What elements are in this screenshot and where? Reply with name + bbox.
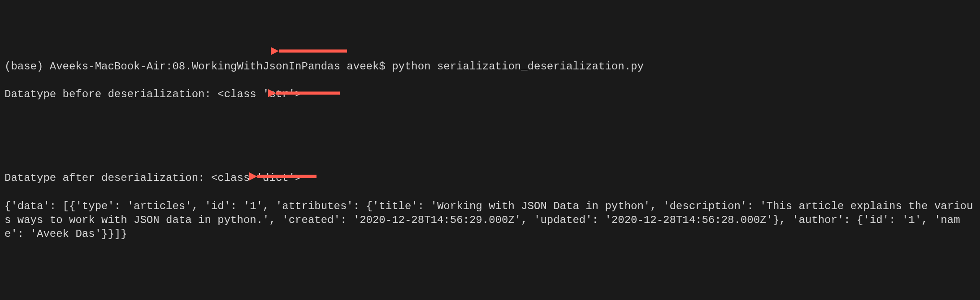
output-after-deserialization: Datatype after deserialization: <class '… — [4, 171, 976, 185]
blank-line — [4, 283, 976, 297]
command-text: python serialization_deserialization.py — [392, 60, 644, 73]
blank-line — [4, 255, 976, 269]
terminal-line-command: (base) Aveeks-MacBook-Air:08.WorkingWith… — [4, 60, 976, 73]
output-before-deserialization: Datatype before deserialization: <class … — [4, 87, 976, 101]
blank-line — [4, 143, 976, 157]
output-dict-content: {'data': [{'type': 'articles', 'id': '1'… — [4, 199, 976, 241]
blank-line — [4, 116, 976, 129]
shell-prompt: (base) Aveeks-MacBook-Air:08.WorkingWith… — [4, 60, 392, 73]
